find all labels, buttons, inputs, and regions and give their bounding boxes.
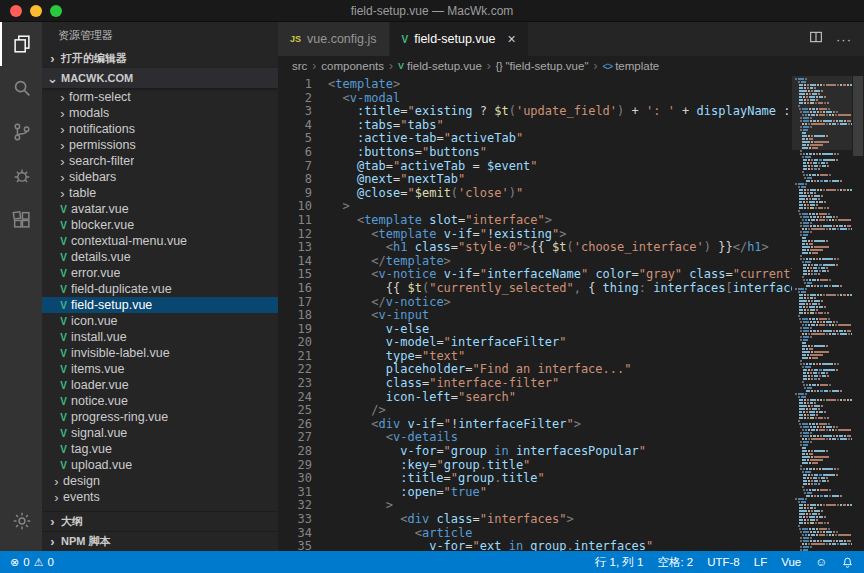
tree-folder-search-filter[interactable]: ›search-filter [42, 153, 278, 169]
line-number: 28 [278, 445, 328, 459]
indentation-setting[interactable]: 空格: 2 [657, 555, 693, 570]
code-line[interactable]: 29 :key="group.title" [278, 459, 792, 473]
split-editor-icon[interactable] [808, 29, 824, 49]
more-actions-icon[interactable]: ··· [836, 32, 852, 47]
tree-item-label: details.vue [71, 250, 131, 264]
notifications-bell-icon[interactable] [841, 556, 854, 569]
breadcrumb-item[interactable]: <>template [602, 60, 659, 72]
code-line[interactable]: 15 <v-notice v-if="interfaceName" color=… [278, 268, 792, 282]
tab-field-setup-vue[interactable]: V field-setup.vue × [390, 22, 529, 56]
code-line[interactable]: 33 <div class="interfaces"> [278, 513, 792, 527]
source-control-icon[interactable] [0, 110, 42, 154]
minimize-window-button[interactable] [30, 5, 42, 17]
code-line[interactable]: 26 <div v-if="!interfaceFilter"> [278, 418, 792, 432]
code-editor[interactable]: 1<template>2 <v-modal3 :title="existing … [278, 76, 864, 551]
code-line[interactable]: 19 v-else [278, 323, 792, 337]
code-line[interactable]: 31 :open="true" [278, 486, 792, 500]
code-line[interactable]: 18 <v-input [278, 309, 792, 323]
encoding-setting[interactable]: UTF-8 [707, 556, 740, 568]
code-line[interactable]: 32 > [278, 499, 792, 513]
npm-scripts-section[interactable]: › NPM 脚本 [42, 531, 278, 551]
tree-file-avatar.vue[interactable]: Vavatar.vue [42, 201, 278, 217]
tree-file-details.vue[interactable]: Vdetails.vue [42, 249, 278, 265]
tree-file-contextual-menu.vue[interactable]: Vcontextual-menu.vue [42, 233, 278, 249]
language-mode[interactable]: Vue [781, 556, 801, 568]
code-line[interactable]: 10 > [278, 200, 792, 214]
code-line[interactable]: 21 type="text" [278, 350, 792, 364]
code-line[interactable]: 35 v-for="ext in group.interfaces" [278, 540, 792, 551]
code-line[interactable]: 4 :tabs="tabs" [278, 119, 792, 133]
tree-folder-permissions[interactable]: ›permissions [42, 137, 278, 153]
debug-icon[interactable] [0, 154, 42, 198]
tree-file-tag.vue[interactable]: Vtag.vue [42, 441, 278, 457]
close-tab-icon[interactable]: × [507, 32, 515, 46]
eol-setting[interactable]: LF [754, 556, 767, 568]
code-line[interactable]: 14 </template> [278, 255, 792, 269]
tree-file-items.vue[interactable]: Vitems.vue [42, 361, 278, 377]
code-line[interactable]: 20 v-model="interfaceFilter" [278, 336, 792, 350]
line-number: 23 [278, 377, 328, 391]
code-line[interactable]: 7 @tab="activeTab = $event" [278, 160, 792, 174]
tree-file-icon.vue[interactable]: Vicon.vue [42, 313, 278, 329]
code-line[interactable]: 2 <v-modal [278, 92, 792, 106]
settings-gear-icon[interactable] [0, 499, 42, 543]
tree-folder-form-select[interactable]: ›form-select [42, 89, 278, 105]
breadcrumb-item[interactable]: Vfield-setup.vue [398, 60, 482, 72]
tree-file-signal.vue[interactable]: Vsignal.vue [42, 425, 278, 441]
extensions-icon[interactable] [0, 198, 42, 242]
workspace-section[interactable]: ⌄ MACWK.COM [42, 68, 278, 88]
breadcrumb-item[interactable]: src [292, 60, 307, 72]
close-window-button[interactable] [10, 5, 22, 17]
code-line[interactable]: 25 /> [278, 404, 792, 418]
cursor-position[interactable]: 行 1, 列 1 [595, 555, 644, 570]
explorer-icon[interactable] [0, 22, 42, 66]
maximize-window-button[interactable] [50, 5, 62, 17]
outline-section[interactable]: › 大纲 [42, 511, 278, 531]
code-line[interactable]: 9 @close="$emit('close')" [278, 187, 792, 201]
tree-folder-events[interactable]: ›events [42, 489, 278, 505]
code-line[interactable]: 13 <h1 class="style-0">{{ $t('choose_int… [278, 241, 792, 255]
code-line[interactable]: 17 </v-notice> [278, 296, 792, 310]
editor-scrollbar[interactable] [852, 76, 864, 551]
tree-file-progress-ring.vue[interactable]: Vprogress-ring.vue [42, 409, 278, 425]
code-line[interactable]: 8 @next="nextTab" [278, 173, 792, 187]
code-line[interactable]: 22 placeholder="Find an interface..." [278, 363, 792, 377]
code-line[interactable]: 27 <v-details [278, 431, 792, 445]
breadcrumb-item[interactable]: {}"field-setup.vue" [496, 60, 589, 72]
code-line[interactable]: 16 {{ $t("currently_selected", { thing: … [278, 282, 792, 296]
breadcrumb-item[interactable]: components [321, 60, 384, 72]
tree-file-error.vue[interactable]: Verror.vue [42, 265, 278, 281]
code-line[interactable]: 6 :buttons="buttons" [278, 146, 792, 160]
tree-folder-notifications[interactable]: ›notifications [42, 121, 278, 137]
tree-file-field-duplicate.vue[interactable]: Vfield-duplicate.vue [42, 281, 278, 297]
code-line[interactable]: 30 :title="group.title" [278, 472, 792, 486]
search-icon[interactable] [0, 66, 42, 110]
problems-indicator[interactable]: ⊗ 0 ⚠ 0 [10, 556, 54, 569]
tree-file-notice.vue[interactable]: Vnotice.vue [42, 393, 278, 409]
code-line[interactable]: 23 class="interface-filter" [278, 377, 792, 391]
open-editors-section[interactable]: › 打开的编辑器 [42, 48, 278, 68]
tree-file-loader.vue[interactable]: Vloader.vue [42, 377, 278, 393]
code-line[interactable]: 5 :active-tab="activeTab" [278, 132, 792, 146]
tree-folder-sidebars[interactable]: ›sidebars [42, 169, 278, 185]
tree-file-invisible-label.vue[interactable]: Vinvisible-label.vue [42, 345, 278, 361]
tree-folder-design[interactable]: ›design [42, 473, 278, 489]
tree-folder-table[interactable]: ›table [42, 185, 278, 201]
tree-folder-modals[interactable]: ›modals [42, 105, 278, 121]
tree-file-install.vue[interactable]: Vinstall.vue [42, 329, 278, 345]
scrollbar-thumb[interactable] [853, 76, 863, 156]
tab-vue-config-js[interactable]: JS vue.config.js [278, 22, 390, 56]
code-line[interactable]: 24 icon-left="search" [278, 391, 792, 405]
tree-file-upload.vue[interactable]: Vupload.vue [42, 457, 278, 473]
minimap[interactable] [792, 76, 852, 551]
feedback-smiley-icon[interactable]: ☺ [815, 556, 827, 568]
tree-file-field-setup.vue[interactable]: Vfield-setup.vue [42, 297, 278, 313]
code-line[interactable]: 11 <template slot="interface"> [278, 214, 792, 228]
code-line[interactable]: 3 :title="existing ? $t('update_field') … [278, 105, 792, 119]
code-content[interactable]: 1<template>2 <v-modal3 :title="existing … [278, 76, 792, 551]
code-line[interactable]: 1<template> [278, 78, 792, 92]
code-line[interactable]: 12 <template v-if="!existing"> [278, 228, 792, 242]
tree-file-blocker.vue[interactable]: Vblocker.vue [42, 217, 278, 233]
code-line[interactable]: 28 v-for="group in interfacesPopular" [278, 445, 792, 459]
code-line[interactable]: 34 <article [278, 527, 792, 541]
